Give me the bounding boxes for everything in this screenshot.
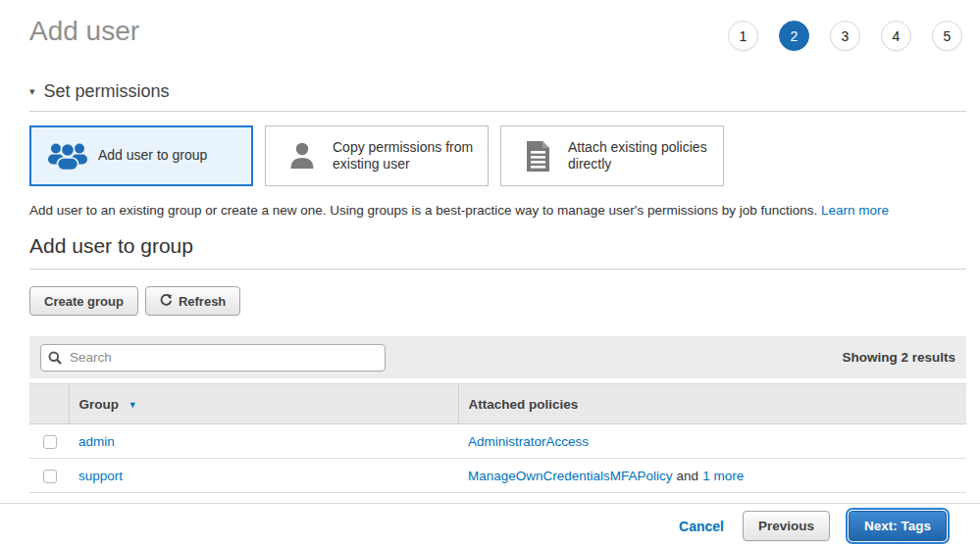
search-wrap (40, 344, 386, 372)
column-policies-label: Attached policies (469, 397, 579, 412)
previous-label: Previous (758, 519, 814, 533)
results-count: Showing 2 results (842, 350, 955, 365)
search-icon (48, 351, 62, 368)
user-icon (272, 141, 333, 171)
page-title: Add user (29, 16, 139, 47)
table-row: support ManageOwnCredentialsMFAPolicyand… (29, 459, 966, 493)
option-attach-policies[interactable]: Attach existing policies directly (500, 125, 724, 186)
previous-button[interactable]: Previous (743, 511, 830, 541)
group-link[interactable]: admin (78, 434, 115, 449)
group-link[interactable]: support (78, 469, 123, 483)
header-checkbox-cell (29, 384, 69, 424)
create-group-label: Create group (44, 294, 124, 309)
group-cell: admin (69, 424, 458, 459)
next-tags-label: Next: Tags (864, 519, 931, 533)
group-actions: Create group Refresh (29, 286, 966, 316)
refresh-label: Refresh (179, 294, 226, 309)
collapse-caret-icon: ▾ (29, 85, 35, 98)
row-checkbox[interactable] (43, 435, 57, 449)
policy-document-icon (507, 140, 568, 173)
sort-desc-icon: ▼ (129, 400, 137, 410)
wizard-step-4[interactable]: 4 (881, 21, 911, 51)
policies-cell: AdministratorAccess (458, 424, 966, 459)
section-title: Set permissions (44, 81, 170, 102)
option-label: Copy permissions from existing user (333, 139, 482, 174)
more-policies-link[interactable]: 1 more (702, 469, 744, 483)
search-input[interactable] (40, 344, 386, 372)
wizard-step-5[interactable]: 5 (932, 21, 962, 51)
policies-cell: ManageOwnCredentialsMFAPolicyand1 more (458, 459, 966, 493)
group-cell: support (69, 459, 458, 493)
option-label: Attach existing policies directly (568, 139, 717, 174)
group-help-text: Add user to an existing group or create … (29, 203, 966, 218)
and-text: and (677, 469, 699, 483)
policy-link[interactable]: AdministratorAccess (468, 434, 589, 449)
refresh-icon (160, 293, 173, 309)
column-header-attached-policies: Attached policies (458, 384, 966, 424)
wizard-step-2-active[interactable]: 2 (779, 21, 809, 51)
column-header-group[interactable]: Group ▼ (69, 384, 458, 424)
row-checkbox-cell (29, 424, 69, 459)
next-tags-button[interactable]: Next: Tags (849, 511, 947, 541)
groups-table-panel: Showing 2 results Group ▼ Attached polic… (29, 336, 966, 493)
wizard-step-1[interactable]: 1 (728, 21, 758, 51)
set-permissions-section-header[interactable]: ▾ Set permissions (29, 81, 966, 112)
row-checkbox[interactable] (43, 470, 57, 483)
users-group-icon (37, 141, 98, 171)
page-header: Add user 1 2 3 4 5 (29, 0, 966, 51)
group-section-title: Add user to group (29, 234, 966, 270)
create-group-button[interactable]: Create group (29, 286, 138, 316)
learn-more-link[interactable]: Learn more (821, 203, 889, 218)
groups-table: Group ▼ Attached policies admin (29, 383, 966, 493)
option-label: Add user to group (98, 147, 213, 165)
table-header-row: Group ▼ Attached policies (29, 384, 966, 424)
add-user-wizard-page: Add user 1 2 3 4 5 ▾ Set permissions (0, 0, 980, 493)
column-group-label: Group (79, 397, 120, 412)
wizard-steps: 1 2 3 4 5 (728, 21, 962, 51)
permission-option-cards: Add user to group Copy permissions from … (29, 125, 966, 186)
option-copy-permissions[interactable]: Copy permissions from existing user (265, 125, 489, 186)
refresh-button[interactable]: Refresh (145, 286, 240, 316)
cancel-link[interactable]: Cancel (679, 519, 724, 534)
wizard-step-3[interactable]: 3 (830, 21, 860, 51)
table-row: admin AdministratorAccess (29, 424, 966, 459)
wizard-footer: Cancel Previous Next: Tags (0, 504, 980, 546)
option-add-user-to-group[interactable]: Add user to group (29, 125, 253, 186)
help-text: Add user to an existing group or create … (29, 203, 817, 218)
policy-link[interactable]: ManageOwnCredentialsMFAPolicy (468, 469, 673, 483)
table-toolbar: Showing 2 results (29, 336, 966, 378)
row-checkbox-cell (29, 459, 69, 493)
